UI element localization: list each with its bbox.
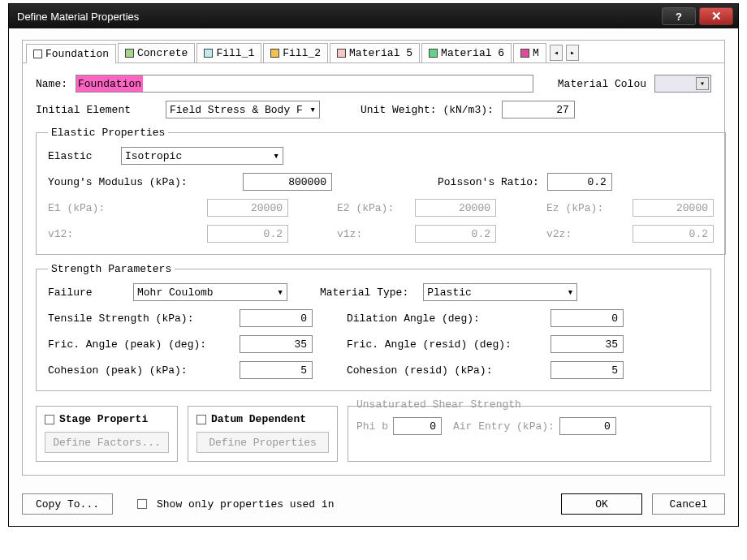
elastic-type-label: Elastic [48, 150, 113, 162]
cohesion-resid-label: Cohesion (resid) (kPa): [347, 364, 546, 377]
air-entry-label: Air Entry (kPa): [453, 420, 555, 433]
tab-label: Fill_2 [283, 47, 321, 59]
unsat-legend: Unsaturated Shear Strength [356, 398, 702, 411]
tab-material-5[interactable]: Material 5 [330, 43, 420, 62]
tab-label: M [533, 47, 539, 59]
air-entry-input [559, 417, 616, 435]
v2z-label: v2z: [546, 228, 628, 240]
material-tabs: Foundation Concrete Fill_1 Fill_2 Materi… [22, 40, 725, 62]
chevron-down-icon: ▾ [277, 286, 283, 299]
tab-foundation[interactable]: Foundation [26, 44, 116, 63]
fric-angle-peak-label: Fric. Angle (peak) (deg): [48, 338, 235, 351]
tab-label: Foundation [45, 48, 109, 60]
material-color-select[interactable]: ▾ [654, 75, 711, 93]
v12-input [207, 225, 288, 243]
phi-b-label: Phi b [356, 420, 388, 433]
tab-swatch-icon [33, 50, 42, 58]
material-color-label: Material Colou [558, 78, 646, 90]
fric-angle-resid-label: Fric. Angle (resid) (deg): [347, 338, 546, 351]
failure-select[interactable]: Mohr Coulomb ▾ [133, 283, 287, 301]
chevron-down-icon: ▾ [309, 103, 316, 116]
unit-weight-input[interactable] [502, 101, 575, 118]
material-type-value: Plastic [427, 286, 472, 299]
elastic-type-value: Isotropic [125, 150, 182, 162]
define-factors-button[interactable]: Define Factors... [45, 432, 169, 453]
show-only-checkbox[interactable] [137, 499, 147, 509]
cohesion-peak-input[interactable] [240, 361, 313, 379]
stage-properties-label: Stage Properti [59, 413, 148, 425]
datum-dependent-checkbox[interactable] [196, 415, 206, 424]
material-type-select[interactable]: Plastic ▾ [423, 283, 577, 301]
define-properties-button[interactable]: Define Properties [196, 432, 329, 453]
stage-properties-checkbox[interactable] [45, 415, 54, 424]
v1z-label: v1z: [337, 228, 410, 240]
poissons-ratio-input[interactable] [547, 173, 612, 191]
window-title: Define Material Properties [17, 11, 658, 23]
strength-parameters-group: Strength Parameters Failure Mohr Coulomb… [36, 263, 711, 391]
fric-angle-peak-input[interactable] [240, 335, 313, 353]
datum-dependent-label: Datum Dependent [211, 413, 306, 425]
initial-element-select[interactable]: Field Stress & Body F ▾ [166, 101, 320, 118]
phi-b-input [393, 417, 442, 435]
dilation-angle-label: Dilation Angle (deg): [347, 312, 546, 325]
tab-concrete[interactable]: Concrete [118, 43, 195, 62]
fric-angle-resid-input[interactable] [551, 335, 624, 353]
tab-fill-2[interactable]: Fill_2 [263, 43, 328, 62]
chevron-down-icon: ▾ [696, 77, 709, 90]
cohesion-peak-label: Cohesion (peak) (kPa): [48, 364, 235, 377]
material-properties-dialog: Define Material Properties ? ✕ Foundatio… [8, 3, 739, 527]
tab-swatch-icon [337, 49, 346, 58]
tab-material-6[interactable]: Material 6 [421, 43, 512, 62]
ez-label: Ez (kPa): [546, 202, 628, 214]
client-area: Foundation Concrete Fill_1 Fill_2 Materi… [9, 28, 738, 484]
e2-input [415, 199, 496, 217]
poissons-ratio-label: Poisson's Ratio: [438, 176, 539, 188]
help-button[interactable]: ? [662, 7, 696, 25]
initial-element-label: Initial Element [36, 104, 158, 116]
tab-label: Concrete [137, 47, 188, 59]
unit-weight-label: Unit Weight: (kN/m3): [361, 104, 494, 116]
tab-swatch-icon [429, 49, 438, 58]
elastic-legend: Elastic Properties [48, 127, 168, 139]
dilation-angle-input[interactable] [551, 309, 624, 327]
ez-input [633, 199, 714, 217]
v1z-input [415, 225, 496, 243]
tab-material-7-truncated[interactable]: M [513, 43, 546, 62]
v2z-input [633, 225, 714, 243]
name-label: Name: [36, 78, 67, 90]
material-type-label: Material Type: [320, 286, 408, 299]
tab-swatch-icon [520, 49, 529, 58]
tab-body: Name: Foundation Material Colou ▾ Initia… [22, 62, 725, 476]
chevron-down-icon: ▾ [273, 149, 279, 162]
initial-element-value: Field Stress & Body F [170, 104, 303, 116]
ok-button[interactable]: OK [561, 493, 642, 515]
tab-label: Material 6 [441, 47, 504, 59]
unsaturated-shear-box: Unsaturated Shear Strength Phi b Air Ent… [348, 406, 711, 462]
tab-label: Material 5 [349, 47, 412, 59]
failure-value: Mohr Coulomb [137, 286, 214, 299]
show-only-label: Show only properties used in [157, 498, 334, 510]
chevron-down-icon: ▾ [567, 286, 573, 299]
close-button[interactable]: ✕ [699, 7, 733, 25]
elastic-type-select[interactable]: Isotropic ▾ [121, 147, 283, 165]
cancel-button[interactable]: Cancel [652, 493, 725, 515]
tensile-strength-label: Tensile Strength (kPa): [48, 312, 235, 325]
tensile-strength-input[interactable] [240, 309, 313, 327]
youngs-modulus-label: Young's Modulus (kPa): [48, 176, 235, 188]
cohesion-resid-input[interactable] [551, 361, 624, 379]
stage-properties-box: Stage Properti Define Factors... [36, 406, 178, 462]
elastic-properties-group: Elastic Properties Elastic Isotropic ▾ Y… [36, 127, 726, 255]
failure-label: Failure [48, 286, 125, 299]
copy-to-button[interactable]: Copy To... [22, 493, 113, 515]
tab-label: Fill_1 [216, 47, 254, 59]
tab-fill-1[interactable]: Fill_1 [196, 43, 261, 62]
tabs-scroll-right[interactable]: ▸ [566, 45, 579, 61]
e1-label: E1 (kPa): [48, 202, 202, 214]
datum-dependent-box: Datum Dependent Define Properties [188, 406, 338, 462]
youngs-modulus-input[interactable] [243, 173, 332, 191]
tab-swatch-icon [270, 49, 279, 58]
tab-swatch-icon [125, 49, 134, 58]
tabs-scroll-left[interactable]: ◂ [550, 45, 563, 61]
material-name-value: Foundation [76, 75, 143, 92]
material-name-input[interactable]: Foundation [76, 75, 533, 93]
